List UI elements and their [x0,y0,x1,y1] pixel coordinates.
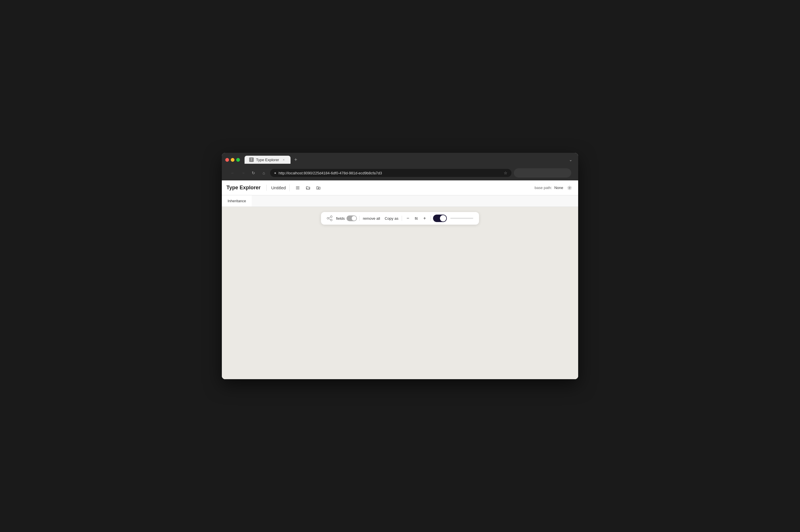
copy-as-button[interactable]: Copy as [384,216,400,221]
settings-button[interactable] [565,184,574,192]
graph-icon[interactable] [325,214,334,222]
zoom-plus-button[interactable]: + [421,215,428,222]
base-path-value: None [554,186,563,190]
zoom-minus-button[interactable]: − [404,215,411,222]
tab-bar: T Type Explorer × + [244,156,564,164]
svg-line-8 [329,218,331,220]
zoom-bar [450,218,473,219]
app-tabs: Inheritance [222,195,578,207]
tab-inheritance[interactable]: Inheritance [222,195,252,207]
close-button[interactable] [225,158,229,162]
app-title[interactable]: Untitled [271,185,286,190]
browser-chrome: T Type Explorer × + ⌄ ← → ↻ ⌂ ● http://l… [222,153,578,180]
toolbar-separator-1 [359,216,359,221]
svg-point-6 [331,219,332,221]
forward-button[interactable]: → [239,169,247,177]
save-folder-icon-button[interactable] [314,183,323,192]
svg-point-3 [569,187,571,188]
fields-toggle[interactable] [347,215,357,221]
reload-button[interactable]: ↻ [249,169,258,177]
open-folder-icon-button[interactable] [303,183,313,192]
tab-menu-button[interactable]: ⌄ [567,156,575,164]
active-tab[interactable]: T Type Explorer × [244,156,291,164]
bookmark-icon[interactable]: ☆ [504,171,507,175]
minimize-button[interactable] [231,158,235,162]
address-bar-area: ← → ↻ ⌂ ● http://localhost:8090/225d4184… [225,166,575,180]
back-button[interactable]: ← [229,169,237,177]
app-logo: Type Explorer [226,185,267,191]
tab-inheritance-label: Inheritance [228,199,246,203]
header-right: base path: None [535,184,574,192]
svg-point-5 [331,216,332,217]
dark-toggle-knob [440,215,446,222]
base-path-label: base path: [535,186,552,190]
extensions-area [514,168,571,177]
tab-close-button[interactable]: × [281,157,286,162]
toolbar-separator-3 [430,216,431,221]
app-content: Type Explorer Untitled [222,180,578,379]
lock-icon: ● [274,171,276,175]
traffic-lights [225,158,240,162]
titlebar: T Type Explorer × + ⌄ [225,156,575,166]
maximize-button[interactable] [236,158,240,162]
canvas-toolbar: fields remove all Copy as − fit + [321,212,479,225]
fields-toggle-knob [352,216,356,221]
list-icon-button[interactable] [293,183,302,192]
url-text: http://localhost:8090/225d4184-6df0-478d… [278,171,501,175]
remove-all-button[interactable]: remove all [362,216,381,221]
svg-point-4 [327,217,329,219]
tab-favicon: T [249,157,254,162]
fields-label: fields [336,216,345,221]
browser-window: T Type Explorer × + ⌄ ← → ↻ ⌂ ● http://l… [222,153,578,379]
toolbar-icons [293,183,323,192]
canvas-area: fields remove all Copy as − fit + [222,207,578,379]
address-bar[interactable]: ● http://localhost:8090/225d4184-6df0-47… [270,169,511,177]
fields-toggle-wrap: fields [336,215,357,221]
home-button[interactable]: ⌂ [260,169,268,177]
app-header: Type Explorer Untitled [222,180,578,195]
svg-line-7 [329,217,331,218]
tab-title: Type Explorer [256,158,279,162]
dark-mode-toggle[interactable] [433,214,447,222]
zoom-fit-button[interactable]: fit [413,216,419,221]
new-tab-button[interactable]: + [292,156,300,164]
